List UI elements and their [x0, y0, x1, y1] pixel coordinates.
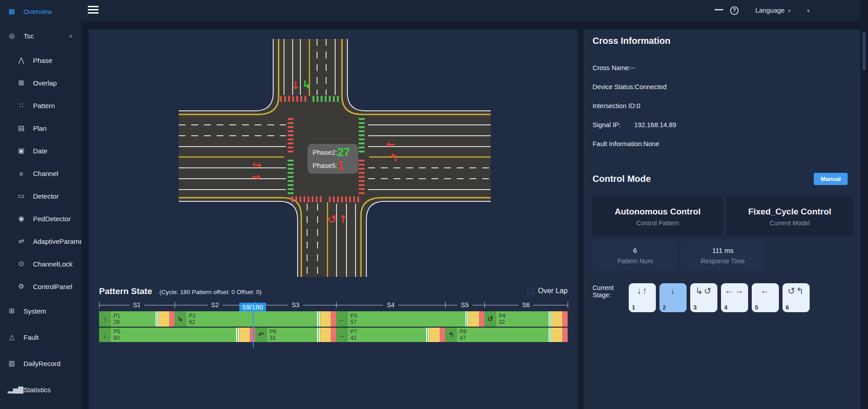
- card-autonomous-control[interactable]: Autonomous ControlControl Pattern: [593, 197, 723, 237]
- east-turn-red-arrow: ↰: [389, 152, 398, 164]
- sidebar-item-phase[interactable]: ⋀Phase: [0, 49, 81, 71]
- ring-1-bar: ↑P129↳P262←P357↺P432: [99, 311, 568, 327]
- sidebar-item-label: ChannelLock: [33, 260, 73, 268]
- language-label: Language: [755, 7, 785, 14]
- app-root: ▦Overview◎Tsc∧⋀Phase⊠Overlap∷Pattern▤Pla…: [0, 0, 868, 409]
- sidebar-item-label: Overview: [24, 8, 52, 15]
- ring-2-bar: ↓P560↶P631→P742↰P847: [99, 327, 568, 342]
- sidebar-item-label: Overlap: [33, 79, 57, 87]
- scrollbar-thumb[interactable]: [863, 32, 866, 70]
- sidebar-item-channel[interactable]: ≡Channel: [0, 162, 81, 185]
- sidebar-item-label: PedDetector: [33, 215, 71, 223]
- overlap-toggle[interactable]: Over Lap: [527, 287, 568, 295]
- sidebar-item-date[interactable]: ▣Date: [0, 139, 81, 162]
- chevron-down-icon: ∨: [788, 8, 791, 13]
- overlap-checkbox[interactable]: [527, 288, 534, 294]
- sidebar-item-channellock[interactable]: ⊙ChannelLock: [0, 252, 81, 275]
- phase-segment-p6: ↶P631: [255, 328, 336, 342]
- phase-segment-p1: ↑P129: [99, 311, 175, 327]
- cycle-position-badge: 59/180: [239, 303, 266, 311]
- west-uturn-red-arrow: ↪: [252, 159, 261, 171]
- sidebar-item-overview[interactable]: ▦Overview: [0, 0, 81, 23]
- stage-button-6[interactable]: ↺↰6: [783, 283, 810, 312]
- sidebar-item-label: Channel: [33, 170, 58, 177]
- info-field-signal-ip-: Signal IP:192.168.14.89: [593, 121, 851, 128]
- phase-segment-p7: →P742: [336, 328, 446, 342]
- date-calendar-icon: ▣: [17, 147, 25, 155]
- apps-grid-icon[interactable]: [700, 7, 708, 14]
- phase-icon: ⋀: [17, 56, 25, 64]
- control-mode-title: Control Mode: [593, 174, 651, 184]
- fault-warning-icon: △: [8, 333, 16, 341]
- stage-button-3[interactable]: ↳↺3: [690, 283, 717, 312]
- sidebar-item-system[interactable]: ⊞System: [0, 298, 81, 324]
- stage-1-movement-icon: ↓↑: [629, 285, 656, 296]
- ruler-segment-s6: S6: [484, 300, 568, 310]
- stage-button-4[interactable]: ←→4: [721, 283, 748, 312]
- sidebar-item-adaptiveparame[interactable]: ⇌AdaptiveParame: [0, 230, 81, 252]
- sidebar-item-label: Pattern: [33, 102, 55, 109]
- sidebar: ▦Overview◎Tsc∧⋀Phase⊠Overlap∷Pattern▤Pla…: [0, 0, 81, 409]
- system-icon: ⊞: [8, 307, 16, 315]
- stat-pattern-num: 6Pattern Num: [593, 240, 678, 271]
- stage-buttons: ↓↑1↓2↳↺3←→4←5↺↰6: [629, 283, 810, 312]
- plan-icon: ▤: [17, 124, 25, 132]
- sidebar-item-dailyrecord[interactable]: ▥DailyRecord: [0, 350, 81, 376]
- south-uturn-red-arrow: ↺: [327, 213, 337, 226]
- pattern-state-section: Pattern State (Cycle: 180 Pattern offset…: [99, 286, 568, 342]
- control-stats: 6Pattern Num111 msResponse Time: [593, 240, 851, 271]
- west-straight-red-arrow: →: [251, 171, 261, 183]
- help-icon[interactable]: ?: [730, 6, 739, 15]
- sidebar-item-controlpanel[interactable]: ⚙ControlPanel: [0, 275, 81, 298]
- sidebar-item-label: Detector: [33, 192, 59, 200]
- phase-countdown-row: Phase2:27: [313, 146, 353, 159]
- language-dropdown[interactable]: Language ∨: [755, 7, 791, 14]
- sidebar-item-peddetector[interactable]: ◉PedDetector: [0, 207, 81, 230]
- phase-segment-p8: ↰P847: [445, 328, 568, 342]
- sidebar-item-label: Fault: [24, 333, 38, 341]
- sidebar-item-label: Statistics: [24, 386, 51, 394]
- phase-countdown-row: Phase5:1: [313, 159, 353, 172]
- manual-button[interactable]: Manual: [814, 173, 848, 185]
- sidebar-item-label: Phase: [33, 57, 52, 64]
- ruler-segment-s3: S3: [255, 300, 336, 310]
- detector-icon: ▭: [17, 192, 25, 200]
- stage-button-5[interactable]: ←5: [752, 283, 779, 312]
- stage-2-movement-icon: ↓: [659, 285, 687, 296]
- phase-segment-p5: ↓P560: [99, 328, 255, 342]
- main-card: ↓ ↳ ↪ → ← ↰ ↺ ↑ Phase2:27Phase5:1 Patter…: [89, 29, 578, 409]
- ped-detector-icon: ◉: [17, 214, 25, 223]
- sidebar-item-overlap[interactable]: ⊠Overlap: [0, 71, 81, 94]
- control-panel-gear-icon: ⚙: [17, 282, 25, 290]
- phase-bars: 59/180 ↑P129↳P262←P357↺P432↓P560↶P631→P7…: [99, 311, 568, 342]
- stage-ruler: S1S2S3S4S5S6: [99, 300, 568, 310]
- sidebar-item-label: Tsc: [24, 32, 34, 40]
- stage-5-movement-icon: ←: [752, 285, 779, 296]
- chevron-up-icon: ∧: [69, 33, 72, 38]
- channel-icon: ≡: [17, 170, 25, 177]
- sidebar-item-label: Plan: [33, 124, 47, 132]
- info-field-cross-name-: Cross Name:--: [593, 64, 851, 71]
- sort-bars-icon[interactable]: [715, 9, 723, 12]
- sidebar-item-pattern[interactable]: ∷Pattern: [0, 94, 81, 117]
- stage-button-1[interactable]: ↓↑1: [629, 283, 656, 312]
- sidebar-item-fault[interactable]: △Fault: [0, 324, 81, 350]
- window-scrollbar[interactable]: [860, 0, 868, 409]
- statistics-chart-icon: ▂▅▇: [8, 385, 16, 394]
- topbar: ? Language ∨ ∨: [81, 0, 868, 21]
- pattern-icon: ∷: [17, 101, 25, 109]
- phase-segment-p4: ↺P432: [484, 311, 568, 327]
- sidebar-item-detector[interactable]: ▭Detector: [0, 185, 81, 207]
- sidebar-item-statistics[interactable]: ▂▅▇Statistics: [0, 376, 81, 403]
- sidebar-item-plan[interactable]: ▤Plan: [0, 117, 81, 139]
- card-fixed-cycle-control[interactable]: Fixed_Cycle ControlCurrent Model: [726, 197, 853, 237]
- panel-collapse-chevron-icon[interactable]: ∨: [806, 8, 810, 14]
- ruler-segment-s5: S5: [445, 300, 484, 310]
- ruler-segment-s1: S1: [99, 300, 175, 310]
- north-left-turn-green-arrow: ↳: [302, 78, 311, 91]
- stage-3-movement-icon: ↳↺: [690, 285, 717, 296]
- sidebar-item-tsc[interactable]: ◎Tsc∧: [0, 23, 81, 49]
- stage-button-2[interactable]: ↓2: [659, 283, 687, 312]
- hamburger-menu-icon[interactable]: [88, 6, 99, 15]
- sidebar-item-label: AdaptiveParame: [33, 238, 81, 245]
